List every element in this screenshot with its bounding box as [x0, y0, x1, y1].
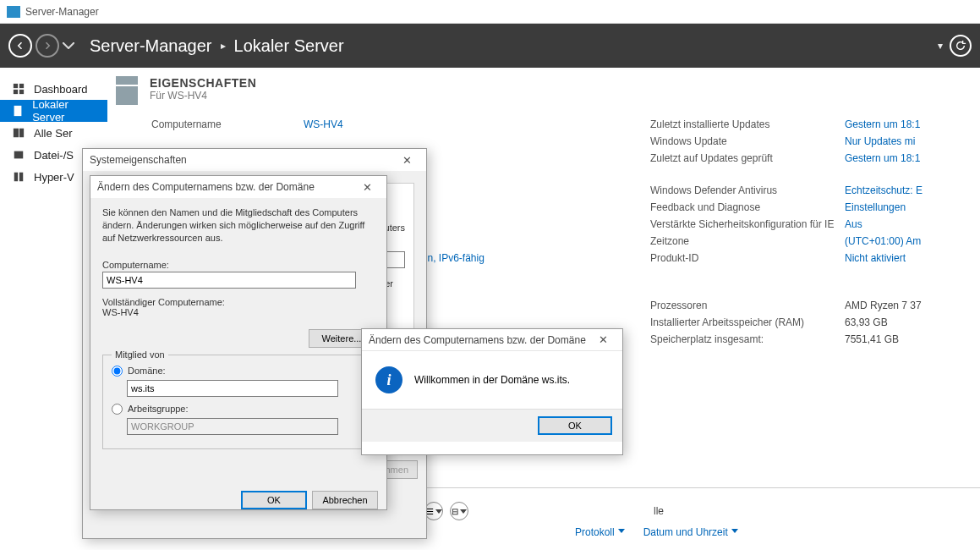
breadcrumb-current: Lokaler Server: [234, 36, 344, 56]
prop-label: Computername: [151, 118, 295, 130]
prop-value[interactable]: Nur Updates mi: [845, 135, 980, 147]
domain-radio[interactable]: [112, 366, 123, 377]
chevron-right-icon: ▸: [221, 40, 226, 52]
svg-rect-5: [14, 129, 19, 138]
prop-label: Speicherplatz insgesamt:: [650, 333, 836, 345]
ok-button[interactable]: OK: [538, 416, 612, 435]
prop-value: 7551,41 GB: [845, 333, 980, 345]
workgroup-input[interactable]: [127, 418, 338, 435]
svg-rect-7: [14, 151, 24, 159]
app-title: Server-Manager: [25, 6, 99, 18]
svg-rect-0: [14, 84, 18, 88]
dialog-button-row: OK: [362, 409, 622, 442]
column-protokoll[interactable]: Protokoll: [575, 526, 615, 538]
history-dropdown-icon[interactable]: [63, 42, 74, 49]
info-icon: i: [375, 366, 402, 393]
svg-rect-6: [19, 129, 24, 138]
app-icon: [7, 6, 20, 18]
table-columns: Protokoll Datum und Uhrzeit: [575, 526, 728, 538]
properties-subtitle: Für WS-HV4: [150, 90, 256, 102]
prop-value-computername[interactable]: WS-HV4: [304, 118, 642, 130]
ok-button[interactable]: OK: [241, 491, 307, 509]
prop-label: Prozessoren: [650, 300, 836, 311]
dialog-titlebar[interactable]: Ändern des Computernamens bzw. der Domän…: [90, 176, 386, 198]
prop-label: Feedback und Diagnose: [650, 201, 836, 213]
prop-value[interactable]: Aus: [845, 218, 980, 230]
sidebar-item-label: Dashboard: [34, 83, 88, 96]
prop-label: Windows Defender Antivirus: [650, 184, 836, 196]
svg-rect-9: [19, 173, 23, 182]
dialog-title: Ändern des Computernamens bzw. der Domän…: [97, 181, 315, 193]
server-large-icon: [116, 76, 138, 107]
sidebar-item-local-server[interactable]: Lokaler Server: [0, 100, 107, 122]
server-icon: [12, 105, 24, 117]
dialog-title: Systemeigenschaften: [90, 154, 187, 166]
workgroup-label: Arbeitsgruppe:: [128, 404, 189, 414]
domain-input[interactable]: [127, 380, 338, 397]
servers-icon: [12, 127, 25, 139]
prop-label: Produkt-ID: [650, 252, 836, 264]
dialog-description: Sie können den Namen und die Mitgliedsch…: [102, 206, 375, 245]
prop-label: Verstärkte Sicherheitskonfiguration für …: [650, 218, 836, 230]
dialog-title: Ändern des Computernamens bzw. der Domän…: [369, 334, 586, 346]
dialog-welcome-domain: Ändern des Computernamens bzw. der Domän…: [361, 328, 623, 455]
fqdn-label: Vollständiger Computername:: [102, 297, 375, 307]
filter-button[interactable]: ☰: [424, 502, 443, 520]
prop-label: Zuletzt auf Updates geprüft: [650, 152, 836, 164]
sidebar-item-label: Lokaler Server: [32, 98, 96, 124]
query-button[interactable]: ⊟: [450, 502, 468, 520]
prop-value[interactable]: Nicht aktiviert: [845, 252, 980, 264]
prop-value: AMD Ryzen 7 37: [845, 300, 980, 311]
message-text: Willkommen in der Domäne ws.its.: [414, 374, 570, 386]
close-icon[interactable]: ✕: [394, 154, 419, 167]
refresh-button[interactable]: [950, 35, 972, 57]
svg-rect-1: [19, 84, 24, 88]
svg-rect-8: [14, 173, 18, 182]
prop-value[interactable]: Gestern um 18:1: [845, 152, 980, 164]
header-bar: Server-Manager ▸ Lokaler Server ▾: [0, 24, 980, 68]
properties-title: EIGENSCHAFTEN: [150, 76, 256, 90]
dashboard-icon: [12, 83, 25, 95]
close-icon[interactable]: ✕: [590, 333, 616, 346]
prop-label: Zuletzt installierte Updates: [650, 118, 836, 130]
prop-label: Zeitzone: [650, 235, 836, 247]
svg-rect-3: [19, 90, 24, 94]
svg-rect-2: [14, 90, 18, 94]
sidebar-item-label: Datei-/S: [34, 149, 74, 162]
column-datum[interactable]: Datum und Uhrzeit: [643, 526, 728, 538]
forward-button[interactable]: [36, 34, 59, 58]
breadcrumb: Server-Manager ▸ Lokaler Server: [90, 36, 344, 56]
file-services-icon: [12, 149, 25, 161]
workgroup-radio[interactable]: [112, 404, 123, 415]
dialog-titlebar[interactable]: Systemeigenschaften ✕: [83, 149, 426, 171]
window-titlebar: Server-Manager: [0, 0, 980, 24]
dialog-titlebar[interactable]: Ändern des Computernamens bzw. der Domän…: [362, 329, 622, 351]
dialog-button-row: OK Abbrechen: [90, 484, 386, 516]
member-of-group: Mitglied von Domäne: Arbeitsgruppe:: [102, 355, 375, 449]
menu-dropdown-icon[interactable]: ▾: [938, 40, 943, 52]
hyperv-icon: [12, 171, 25, 183]
sidebar-item-label: Alle Ser: [34, 127, 73, 140]
sidebar-item-dashboard[interactable]: Dashboard: [0, 78, 107, 100]
svg-rect-4: [14, 106, 22, 116]
computername-label: Computername:: [102, 260, 375, 270]
column-header-partial: lle: [654, 505, 664, 517]
group-legend: Mitglied von: [112, 349, 168, 360]
prop-label: Installierter Arbeitsspeicher (RAM): [650, 316, 836, 328]
prop-value[interactable]: Echtzeitschutz: E: [845, 184, 980, 196]
sidebar-item-label: Hyper-V: [34, 171, 74, 184]
breadcrumb-root[interactable]: Server-Manager: [90, 36, 212, 56]
close-icon[interactable]: ✕: [354, 181, 380, 194]
prop-value[interactable]: Gestern um 18:1: [845, 118, 980, 130]
back-button[interactable]: [8, 34, 32, 58]
prop-value[interactable]: (UTC+01:00) Am: [845, 235, 980, 247]
sidebar-item-all-servers[interactable]: Alle Ser: [0, 122, 107, 144]
fqdn-value: WS-HV4: [102, 307, 375, 317]
prop-value: 63,93 GB: [845, 316, 980, 328]
cancel-button[interactable]: Abbrechen: [312, 491, 378, 509]
dialog-rename-computer: Ändern des Computernamens bzw. der Domän…: [90, 175, 387, 510]
prop-value[interactable]: Einstellungen: [845, 201, 980, 213]
domain-label: Domäne:: [128, 366, 166, 376]
prop-label: Windows Update: [650, 135, 836, 147]
computername-input[interactable]: [102, 272, 356, 289]
